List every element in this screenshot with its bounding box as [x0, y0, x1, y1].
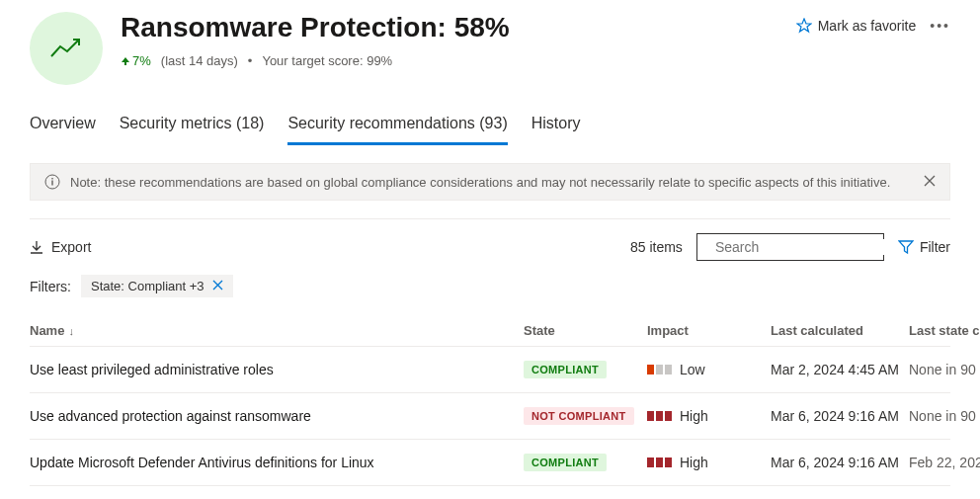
last-calculated-cell: Mar 6, 2024 9:16 AM [771, 455, 909, 470]
remove-filter-icon[interactable] [212, 279, 223, 293]
tab-overview[interactable]: Overview [30, 109, 96, 145]
info-note-text: Note: these recommendations are based on… [70, 175, 890, 190]
sort-desc-icon: ↓ [68, 325, 74, 337]
target-score: Your target score: 99% [262, 53, 392, 68]
last-calculated-cell: Mar 2, 2024 4:45 AM [771, 362, 909, 377]
svg-rect-2 [51, 178, 52, 179]
filter-icon [898, 240, 914, 254]
impact-label: Low [680, 362, 705, 377]
filter-button[interactable]: Filter [898, 239, 950, 255]
state-badge: NOT COMPLIANT [524, 407, 634, 425]
state-badge: COMPLIANT [524, 361, 607, 378]
info-note: Note: these recommendations are based on… [30, 163, 950, 201]
state-cell: COMPLIANT [524, 454, 647, 471]
filters-label: Filters: [30, 279, 71, 294]
trend-up-icon [49, 37, 83, 60]
last-state-change-cell: None in 90 d [909, 362, 980, 377]
state-cell: COMPLIANT [524, 361, 647, 378]
tabs: Overview Security metrics (18) Security … [30, 109, 950, 145]
page-subline: 7% (last 14 days) • Your target score: 9… [121, 53, 778, 68]
table-row[interactable]: Use advanced protection against ransomwa… [30, 392, 950, 439]
filter-label: Filter [920, 239, 950, 255]
col-last-state-change[interactable]: Last state ch [909, 323, 980, 338]
filter-chip-state[interactable]: State: Compliant +3 [81, 275, 233, 297]
impact-label: High [680, 455, 708, 470]
svg-rect-1 [51, 181, 52, 186]
table-row[interactable]: Update Microsoft Defender Antivirus defi… [30, 485, 950, 499]
tab-security-metrics[interactable]: Security metrics (18) [120, 109, 265, 145]
filter-chip-label: State: Compliant +3 [91, 279, 204, 293]
col-last-calculated[interactable]: Last calculated [771, 323, 909, 338]
search-box[interactable] [696, 233, 884, 261]
export-label: Export [51, 239, 91, 255]
col-impact[interactable]: Impact [647, 323, 771, 338]
close-icon [924, 175, 936, 187]
trend-pct: 7% [132, 53, 151, 68]
state-cell: NOT COMPLIANT [524, 407, 647, 425]
table-row[interactable]: Update Microsoft Defender Antivirus defi… [30, 439, 950, 485]
initiative-icon [30, 12, 103, 85]
impact-label: High [680, 408, 708, 424]
impact-bars-icon [647, 365, 672, 374]
search-input[interactable] [715, 239, 888, 255]
recommendation-name[interactable]: Use least privileged administrative role… [30, 362, 524, 377]
separator-dot: • [248, 53, 253, 68]
arrow-up-icon [121, 56, 130, 66]
recommendations-table: Name ↓ State Impact Last calculated Last… [30, 315, 950, 499]
last-state-change-cell: Feb 22, 2024 [909, 455, 980, 470]
close-note-button[interactable] [924, 175, 936, 190]
state-badge: COMPLIANT [524, 454, 607, 471]
tab-security-recommendations[interactable]: Security recommendations (93) [287, 109, 507, 145]
recommendation-name[interactable]: Update Microsoft Defender Antivirus defi… [30, 455, 524, 470]
export-button[interactable]: Export [30, 239, 91, 255]
favorite-label: Mark as favorite [818, 18, 917, 34]
last-state-change-cell: None in 90 d [909, 408, 980, 424]
download-icon [30, 240, 43, 254]
favorite-button[interactable]: Mark as favorite [796, 18, 917, 34]
col-state[interactable]: State [524, 323, 647, 338]
trend-period: (last 14 days) [161, 53, 238, 68]
impact-bars-icon [647, 457, 672, 467]
impact-cell: High [647, 455, 771, 470]
item-count: 85 items [630, 239, 683, 255]
col-name[interactable]: Name ↓ [30, 323, 524, 338]
recommendation-name[interactable]: Use advanced protection against ransomwa… [30, 408, 524, 424]
divider [30, 218, 950, 219]
impact-bars-icon [647, 411, 672, 421]
tab-history[interactable]: History [531, 109, 581, 145]
table-header: Name ↓ State Impact Last calculated Last… [30, 315, 950, 346]
impact-cell: High [647, 408, 771, 424]
more-button[interactable]: ••• [930, 18, 950, 34]
star-icon [796, 18, 812, 34]
trend-value: 7% [121, 53, 151, 68]
table-row[interactable]: Use least privileged administrative role… [30, 346, 950, 392]
page-title: Ransomware Protection: 58% [121, 12, 778, 43]
last-calculated-cell: Mar 6, 2024 9:16 AM [771, 408, 909, 424]
impact-cell: Low [647, 362, 771, 377]
info-icon [44, 174, 60, 190]
